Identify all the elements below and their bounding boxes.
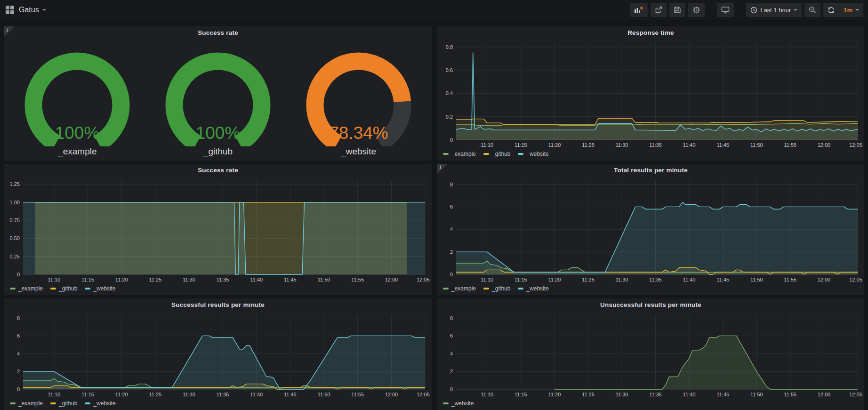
panel-title[interactable]: Success rate [4,164,432,176]
chart-legend: _example_github_website [437,149,864,161]
top-navbar: Gatus ⚙ [0,0,868,20]
legend-item-_github[interactable]: _github [483,151,510,157]
legend-item-_website[interactable]: _website [85,285,115,292]
svg-text:1.25: 1.25 [10,181,20,187]
svg-text:11:30: 11:30 [183,277,195,282]
legend-label: _website [526,285,548,292]
svg-text:2: 2 [450,369,453,374]
legend-item-_github[interactable]: _github [50,400,77,407]
legend-swatch [50,288,56,289]
svg-text:11:35: 11:35 [217,277,229,282]
chart-legend: _example_github_website [4,399,432,410]
legend-swatch [85,402,90,404]
dashboard-title-dropdown[interactable]: Gatus [19,6,46,14]
time-range-picker[interactable]: Last 1 hour [746,3,802,17]
legend-swatch [10,288,16,289]
panel-success-rate-gauges: i Success rate 100%_example100%_github78… [4,26,432,161]
gear-icon: ⚙ [692,6,700,15]
svg-text:11:55: 11:55 [784,392,797,397]
svg-text:11:40: 11:40 [683,277,696,282]
svg-text:11:35: 11:35 [649,142,662,148]
settings-button[interactable]: ⚙ [688,3,705,17]
svg-text:11:15: 11:15 [81,277,94,282]
chart-legend: _example_github_website [4,284,432,295]
svg-text:11:40: 11:40 [683,142,696,148]
legend-label: _example [18,285,43,292]
refresh-button[interactable] [823,3,839,17]
monitor-icon [721,6,730,14]
panel-title[interactable]: Successful results per minute [4,298,432,311]
info-corner-icon[interactable]: i [437,164,448,174]
svg-text:12:00: 12:00 [818,142,831,148]
legend-swatch [518,288,523,289]
svg-text:11:25: 11:25 [582,392,595,397]
legend-item-_website[interactable]: _website [443,400,474,407]
legend-item-_example[interactable]: _example [443,285,476,292]
refresh-interval-label: 1m [844,7,852,14]
svg-text:11:10: 11:10 [481,392,493,397]
svg-text:11:25: 11:25 [149,392,161,397]
legend-item-_website[interactable]: _website [85,400,115,407]
svg-text:12:00: 12:00 [818,277,831,282]
svg-text:11:30: 11:30 [616,142,628,148]
share-button[interactable] [651,3,667,17]
zoom-out-button[interactable] [804,3,820,17]
svg-text:0.4: 0.4 [446,90,453,96]
legend-item-_github[interactable]: _github [483,285,510,292]
svg-text:11:40: 11:40 [250,392,263,397]
total-results-chart: 0246811:1011:1511:2011:2511:3011:3511:40… [437,176,864,284]
svg-text:0: 0 [450,272,453,277]
legend-swatch [483,153,489,155]
gauge-label: _website [341,146,376,157]
save-button[interactable] [669,3,685,17]
svg-text:11:55: 11:55 [784,142,797,148]
refresh-interval-picker[interactable]: 1m [839,3,863,17]
svg-text:4: 4 [450,351,453,356]
legend-item-_example[interactable]: _example [443,151,476,157]
share-icon [655,6,662,14]
svg-text:12:05: 12:05 [849,142,862,148]
gauge-value: 100% [55,123,100,143]
panel-title[interactable]: Unsuccessful results per minute [437,298,864,311]
svg-text:11:20: 11:20 [548,392,561,397]
legend-swatch [483,288,489,289]
legend-label: _github [59,285,77,292]
refresh-icon [828,7,835,14]
panel-title[interactable]: Success rate [4,26,432,39]
legend-item-_website[interactable]: _website [518,151,548,157]
successful-results-chart: 0246811:1011:1511:2011:2511:3011:3511:40… [4,311,432,399]
grid-icon[interactable] [6,6,14,14]
svg-text:11:45: 11:45 [716,392,729,397]
dashboard-grid: i Success rate 100%_example100%_github78… [0,20,868,410]
legend-swatch [10,402,16,404]
success-rate-chart: 00.250.500.751.001.2511:1011:1511:2011:2… [4,176,432,284]
svg-text:12:05: 12:05 [417,277,430,282]
svg-text:2: 2 [450,249,453,255]
legend-item-_github[interactable]: _github [50,285,77,292]
svg-text:11:35: 11:35 [217,392,229,397]
svg-text:11:20: 11:20 [115,277,128,282]
svg-text:0.50: 0.50 [10,235,20,241]
gauge-_website: 78.34%_website [290,40,427,157]
svg-text:11:55: 11:55 [351,392,364,397]
svg-text:11:20: 11:20 [115,392,128,397]
svg-text:6: 6 [450,204,453,209]
svg-text:12:00: 12:00 [385,277,398,282]
legend-item-_example[interactable]: _example [10,400,43,407]
save-icon [674,6,681,14]
svg-text:0: 0 [450,137,453,143]
legend-swatch [443,153,449,155]
panel-success-rate-chart: Success rate 00.250.500.751.001.2511:101… [4,164,432,295]
panel-title[interactable]: Total results per minute [437,164,864,176]
info-corner-icon[interactable]: i [4,26,15,37]
legend-item-_website[interactable]: _website [518,285,548,292]
svg-text:0: 0 [17,272,20,277]
legend-item-_example[interactable]: _example [10,285,43,292]
cycle-view-button[interactable] [717,3,734,17]
svg-text:11:35: 11:35 [649,277,662,282]
panel-title[interactable]: Response time [437,26,864,39]
legend-label: _github [59,400,77,407]
svg-text:11:15: 11:15 [514,277,527,282]
svg-text:12:05: 12:05 [849,277,862,282]
add-panel-button[interactable] [630,3,648,17]
